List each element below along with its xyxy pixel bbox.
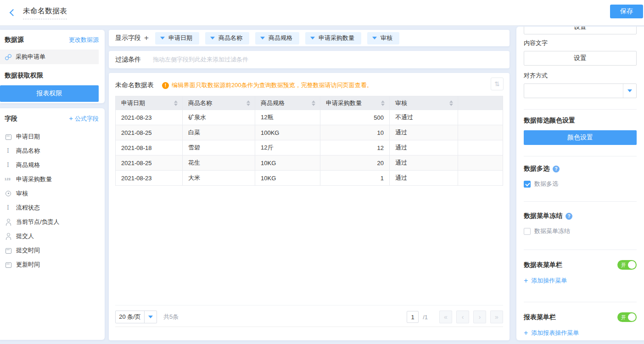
plus-icon: + [524,329,528,337]
first-page-button[interactable]: « [439,311,452,323]
menu-freeze-title-text: 数据菜单冻结 [524,212,562,220]
text-field-icon [5,204,12,211]
field-list: 申请日期 商品名称 商品规格 申请采购数量 审核 流程状态 当前节点/负责人 提… [0,129,99,272]
cell: 12斤 [255,140,320,155]
divider [524,250,637,250]
page-size-value: 20 条/页 [116,311,144,323]
cell: 100KG [255,125,320,140]
last-page-button[interactable]: » [490,311,503,323]
toggle-label: 开 [621,314,626,321]
chip-label: 审核 [381,34,392,42]
pagination-bar: 20 条/页 共5条 1 /1 « ‹ › » [115,305,503,327]
settings-button-clipped[interactable]: 设置 [524,27,637,34]
add-formula-field-link[interactable]: +公式字段 [69,114,99,123]
next-page-button[interactable]: › [473,311,486,323]
field-chip[interactable]: 申请日期 [155,32,199,44]
color-settings-button[interactable]: 颜色设置 [524,130,637,145]
cell: 矿泉水 [183,110,255,125]
column-header-empty [458,96,503,110]
cell: 2021-08-25 [116,155,183,170]
add-report-operation-menu-label: 添加报表操作菜单 [531,329,579,337]
field-chip[interactable]: 商品名称 [205,32,249,44]
datasource-panel: 数据源 更改数据源 采购申请单 数据获取权限 报表权限 [0,30,105,103]
multi-select-checkbox-row[interactable]: 数据多选 [524,180,637,188]
table-menu-toggle-on[interactable]: 开 [617,260,637,270]
text-field-icon [5,161,12,169]
report-menu-title: 报表菜单栏 [524,313,556,322]
report-permission-button[interactable]: 报表权限 [0,85,99,102]
field-item[interactable]: 提交时间 [0,243,99,257]
field-item[interactable]: 商品规格 [0,158,99,172]
page-title[interactable]: 未命名数据表 [23,6,67,19]
add-report-operation-menu-link[interactable]: + 添加报表操作菜单 [524,329,637,337]
cell: 10 [320,125,390,140]
field-item[interactable]: 更新时间 [0,257,99,272]
field-item[interactable]: 申请日期 [0,129,99,144]
sort-order-button[interactable]: ⇅ [491,78,504,90]
field-label: 流程状态 [16,204,40,212]
field-label: 提交时间 [16,246,40,255]
person-flag-icon [5,218,12,226]
align-select[interactable] [524,83,637,98]
field-chip[interactable]: 审核 [367,32,399,44]
cell: 通过 [390,140,458,155]
cell: 10KG [255,155,320,170]
cell: 2021-08-23 [116,110,183,125]
field-label: 审核 [16,189,28,198]
field-label: 当前节点/负责人 [16,218,60,226]
help-icon[interactable]: ? [553,166,560,172]
table-header-row: 申请日期 商品名称 商品规格 申请采购数量 审核 [116,96,503,110]
plus-icon: + [69,114,73,122]
column-header[interactable]: 商品名称 [183,96,255,110]
field-item[interactable]: 当前节点/负责人 [0,215,99,229]
column-label: 审核 [395,99,407,107]
data-table-editor: 未命名数据表 保存 数据源 更改数据源 采购申请单 数据获取权限 报表权限 字段… [0,0,644,344]
cell-empty [458,155,503,170]
save-button[interactable]: 保存 [610,5,643,18]
radio-field-icon [5,190,12,197]
total-count: 共5条 [163,313,179,321]
menu-freeze-checkbox-row[interactable]: 数据菜单冻结 [524,227,637,235]
top-bar: 未命名数据表 保存 [0,0,644,25]
calendar-icon [5,247,12,254]
cell: 白菜 [183,125,255,140]
checkbox-unchecked[interactable] [524,228,531,235]
back-icon[interactable] [7,8,17,18]
help-icon[interactable]: ? [566,213,572,220]
table-row: 2021-08-18 雪碧 12斤 12 通过 [116,140,503,155]
field-item[interactable]: 提交人 [0,229,99,243]
datasource-item[interactable]: 采购申请单 [0,50,99,64]
column-header[interactable]: 商品规格 [255,96,320,110]
calendar-icon [5,261,12,268]
change-datasource-link[interactable]: 更改数据源 [69,36,99,44]
cell: 12 [320,140,390,155]
table-row: 2021-08-25 白菜 100KG 10 通过 [116,125,503,140]
content-text-settings-button[interactable]: 设置 [524,51,637,66]
field-item[interactable]: 申请采购数量 [0,172,99,186]
report-menu-toggle-on[interactable]: 开 [617,312,637,322]
field-chip[interactable]: 申请采购数量 [305,32,361,44]
caret-down-icon [210,37,215,39]
align-select-value [524,84,623,98]
current-page-input[interactable]: 1 [407,311,419,323]
datasource-item-label: 采购申请单 [16,53,45,61]
page-size-select[interactable]: 20 条/页 [115,311,157,323]
field-item[interactable]: 审核 [0,186,99,200]
table-menu-title: 数据表菜单栏 [524,261,562,269]
cell: 通过 [390,171,458,185]
column-header[interactable]: 申请采购数量 [320,96,390,110]
report-menu-row: 报表菜单栏 开 [524,312,637,322]
field-item[interactable]: 流程状态 [0,200,99,215]
add-display-field-icon[interactable]: + [144,33,149,43]
column-header[interactable]: 申请日期 [116,96,183,110]
column-header[interactable]: 审核 [390,96,458,110]
prev-page-button[interactable]: ‹ [456,311,469,323]
filter-bar[interactable]: 过滤条件 拖动左侧字段到此处来添加过滤条件 [109,51,510,68]
multi-select-title-text: 数据多选 [524,165,549,173]
number-field-icon [5,176,12,183]
field-item[interactable]: 商品名称 [0,144,99,158]
field-chip[interactable]: 商品规格 [255,32,299,44]
add-operation-menu-link[interactable]: + 添加操作菜单 [524,277,637,285]
table-card: 未命名数据表 ! 编辑界面只取数据源前200条作为查询数据预览，完整数据请访问页… [109,73,510,340]
checkbox-checked[interactable] [524,181,531,188]
